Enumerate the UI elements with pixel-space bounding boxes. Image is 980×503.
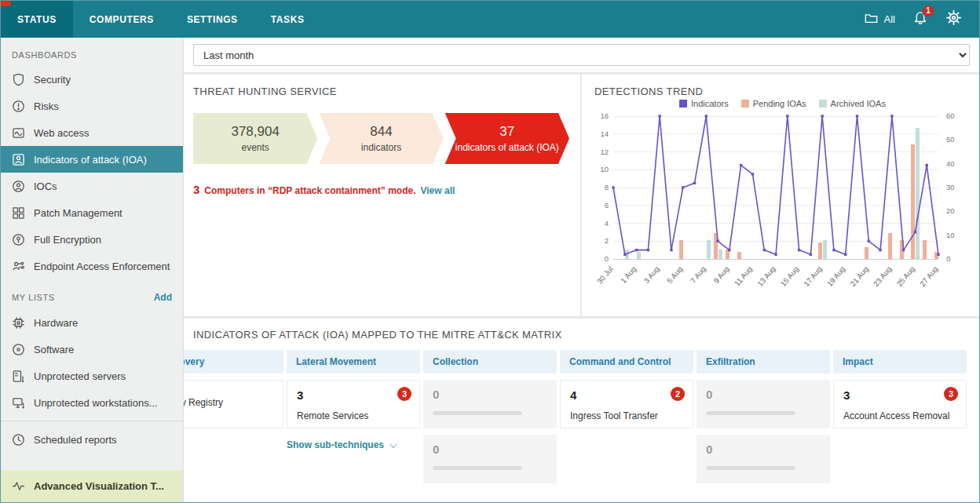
svg-text:5 Aug: 5 Aug <box>665 264 684 285</box>
funnel-ioa-segment[interactable]: 37 indicators of attack (IOA) <box>445 113 569 164</box>
technique-count: 0 <box>706 388 821 401</box>
svg-text:8: 8 <box>605 183 609 191</box>
svg-text:23 Aug: 23 Aug <box>872 264 893 288</box>
sidebar-item-web-access[interactable]: Web access <box>1 119 183 146</box>
main-content: Last month THREAT HUNTING SERVICE 378,90… <box>184 38 979 502</box>
legend-swatch <box>741 100 749 108</box>
nav-tab-tasks[interactable]: TASKS <box>254 1 321 38</box>
svg-text:1 Aug: 1 Aug <box>619 264 638 285</box>
svg-text:17 Aug: 17 Aug <box>802 264 823 288</box>
sidebar-item-full-encryption[interactable]: Full Encryption <box>1 226 183 253</box>
indicators-count: 844 <box>370 124 392 140</box>
screen-corner-artifact <box>1 1 11 6</box>
technique-count: 4 <box>570 388 683 402</box>
add-list-link[interactable]: Add <box>154 292 172 303</box>
tactic-header[interactable]: Command and Control <box>560 350 693 374</box>
mitre-matrix: DiscoveryQuery RegistryLateral Movement3… <box>184 350 967 483</box>
sidebar-item-label: Scheduled reports <box>34 434 117 446</box>
sidebar-item-unprotected-servers[interactable]: Unprotected servers <box>1 363 183 389</box>
sidebar: DASHBOARDSSecurityRisksWeb accessIndicat… <box>1 38 184 502</box>
target-person-icon <box>12 180 25 193</box>
tactic-header[interactable]: Lateral Movement <box>287 350 420 374</box>
legend-swatch <box>819 100 827 108</box>
settings-button[interactable] <box>945 9 962 29</box>
notifications-button[interactable]: 1 <box>912 10 928 29</box>
technique-cell[interactable]: Query Registry <box>184 380 283 428</box>
waveform-icon <box>12 479 25 493</box>
legend-swatch <box>679 100 687 108</box>
svg-text:25 Aug: 25 Aug <box>895 264 916 288</box>
detections-trend-chart: 0246810121416010203040506030 Jul1 Aug3 A… <box>594 108 968 306</box>
svg-text:2: 2 <box>605 236 609 245</box>
technique-name: Ingress Tool Transfer <box>570 410 683 421</box>
disc-icon <box>12 343 25 356</box>
svg-text:27 Aug: 27 Aug <box>918 264 939 288</box>
patch-grid-icon <box>12 206 25 220</box>
sidebar-item-security[interactable]: Security <box>1 66 183 93</box>
technique-cell[interactable]: 3Remote Services3 <box>287 380 420 428</box>
sidebar-item-label: Software <box>34 344 74 355</box>
funnel-indicators-segment[interactable]: 844 indicators <box>319 113 443 164</box>
tactic-header[interactable]: Discovery <box>184 350 283 374</box>
technique-name: Account Access Removal <box>843 410 956 421</box>
empty-technique-cell: 0 <box>697 435 830 483</box>
sidebar-item-label: Patch Management <box>34 207 122 219</box>
svg-text:12: 12 <box>600 148 609 156</box>
nav-right-tools: All 1 <box>864 1 979 38</box>
containment-text: Computers in “RDP attack containment” mo… <box>204 185 415 196</box>
sidebar-section-title: MY LISTSAdd <box>1 279 183 309</box>
tactic-header[interactable]: Impact <box>833 350 967 374</box>
show-sub-techniques-link[interactable]: Show sub-techniques <box>287 439 420 450</box>
sidebar-item-endpoint-access-enforcement[interactable]: Endpoint Access Enforcement <box>1 253 183 279</box>
computers-filter-button[interactable]: All <box>864 11 895 28</box>
empty-progress-bar <box>706 411 795 415</box>
detections-trend-title: DETECTIONS TREND <box>594 86 968 97</box>
sidebar-item-risks[interactable]: Risks <box>1 93 183 119</box>
time-range-select[interactable]: Last month <box>193 44 970 66</box>
technique-count: 0 <box>433 388 547 401</box>
technique-cell[interactable]: 3Account Access Removal3 <box>833 380 967 428</box>
technique-count: 3 <box>297 388 410 402</box>
mitre-matrix-panel: INDICATORS OF ATTACK (IOA) MAPPED TO THE… <box>184 319 979 502</box>
legend-label: Pending IOAs <box>753 99 806 108</box>
legend-item-archived-ioas: Archived IOAs <box>819 99 886 108</box>
sidebar-item-software[interactable]: Software <box>1 336 183 363</box>
containment-note: 3 Computers in “RDP attack containment” … <box>193 183 569 196</box>
funnel-events-segment[interactable]: 378,904 events <box>193 113 317 164</box>
events-label: events <box>241 142 269 153</box>
app-window: STATUSCOMPUTERSSETTINGSTASKS All 1 <box>0 0 980 503</box>
mitre-matrix-scroll[interactable]: DiscoveryQuery RegistryLateral Movement3… <box>184 350 979 483</box>
empty-progress-bar <box>433 411 522 415</box>
detections-trend-panel: DETECTIONS TREND IndicatorsPending IOAsA… <box>582 75 979 316</box>
svg-text:13 Aug: 13 Aug <box>755 264 777 288</box>
technique-cell[interactable]: 4Ingress Tool Transfer2 <box>560 380 693 428</box>
sidebar-item-advanced-visualization-t[interactable]: Advanced Visualization T... <box>1 470 183 502</box>
nav-tab-settings[interactable]: SETTINGS <box>170 1 254 38</box>
folder-icon <box>864 11 879 28</box>
nav-tab-computers[interactable]: COMPUTERS <box>73 1 170 38</box>
tactic-header[interactable]: Exfiltration <box>697 350 830 374</box>
chip-icon <box>12 316 25 330</box>
sidebar-item-hardware[interactable]: Hardware <box>1 309 183 336</box>
view-all-link[interactable]: View all <box>421 185 455 196</box>
sidebar-item-indicators-of-attack-ioa[interactable]: Indicators of attack (IOA) <box>1 146 183 173</box>
threat-hunting-title: THREAT HUNTING SERVICE <box>193 86 569 97</box>
threat-funnel: 378,904 events 844 indicators 37 indicat… <box>193 113 569 164</box>
svg-text:6: 6 <box>605 201 609 210</box>
sidebar-item-label: Hardware <box>34 317 78 329</box>
tactic-header[interactable]: Collection <box>423 350 557 374</box>
shield-icon <box>12 73 25 86</box>
sidebar-section-title: DASHBOARDS <box>1 38 183 66</box>
encryption-lock-icon <box>12 233 25 246</box>
sidebar-item-patch-management[interactable]: Patch Management <box>1 199 183 226</box>
sidebar-item-scheduled-reports[interactable]: Scheduled reports <box>1 426 183 453</box>
sidebar-item-unprotected-workstations[interactable]: Unprotected workstations... <box>1 389 183 416</box>
sidebar-item-iocs[interactable]: IOCs <box>1 173 183 199</box>
events-count: 378,904 <box>231 124 279 140</box>
svg-text:50: 50 <box>946 135 955 144</box>
legend-label: Archived IOAs <box>831 99 886 108</box>
sidebar-divider <box>1 421 183 421</box>
workstation-alert-icon <box>12 396 25 410</box>
nav-tab-status[interactable]: STATUS <box>1 1 73 38</box>
svg-text:9 Aug: 9 Aug <box>711 264 730 285</box>
